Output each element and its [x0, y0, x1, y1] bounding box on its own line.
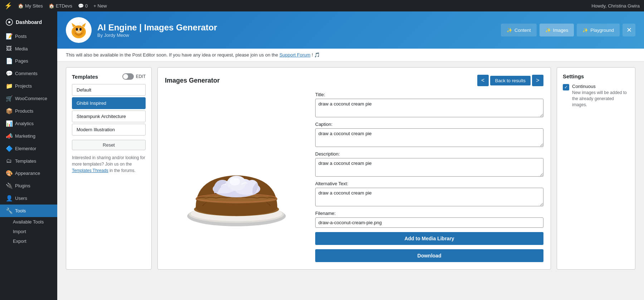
toggle-switch[interactable]: [122, 73, 134, 80]
home-icon: 🏠: [49, 3, 54, 9]
sidebar: Dashboard 📝 Posts 🖼 Media 📄 Pages 💬 Comm…: [0, 11, 57, 300]
edit-toggle[interactable]: EDIT: [122, 73, 146, 80]
sidebar-item-pages[interactable]: 📄 Pages: [0, 55, 57, 67]
posts-icon: 📝: [6, 33, 12, 40]
sidebar-item-posts[interactable]: 📝 Posts: [0, 30, 57, 43]
sidebar-item-plugins[interactable]: 🔌 Plugins: [0, 179, 57, 192]
next-button[interactable]: >: [532, 75, 543, 86]
user-greeting: Howdy, Christina Gwira: [591, 3, 640, 9]
caption-input[interactable]: draw a coconut cream pie: [315, 128, 543, 147]
main-content: AI Engine | Images Generator By Jordy Me…: [57, 11, 644, 300]
back-to-results-button[interactable]: Back to results: [490, 76, 531, 85]
generated-image: [169, 109, 304, 245]
continuous-option: ✓ Continuous New images will be added to…: [563, 84, 629, 108]
continuous-option-text: Continuous New images will be added to t…: [572, 84, 629, 108]
templates-threads-link[interactable]: Templates Threads: [72, 168, 108, 173]
support-forum-link[interactable]: Support Forum: [279, 52, 311, 58]
description-field-group: Description: draw a coconut cream pie: [315, 151, 543, 177]
sidebar-item-templates[interactable]: 🗂 Templates: [0, 155, 57, 167]
title-label: Title:: [315, 92, 543, 97]
templates-header: Templates EDIT: [72, 73, 146, 80]
templates-panel: Templates EDIT Default Ghibli Inspired: [66, 67, 152, 270]
filename-field-group: Filename:: [315, 211, 543, 228]
sidebar-item-comments[interactable]: 💬 Comments: [0, 67, 57, 80]
sidebar-item-marketing[interactable]: 📣 Marketing: [0, 130, 57, 142]
template-modern[interactable]: Modern Illustration: [72, 124, 146, 136]
plugin-title: AI Engine | Images Generator: [97, 23, 495, 33]
dashboard-link[interactable]: Dashboard: [0, 14, 57, 30]
notice-bar: This will also be available in the Post …: [57, 49, 644, 62]
alt-input[interactable]: draw a coconut cream pie: [315, 188, 543, 206]
submenu-import[interactable]: Import: [0, 227, 57, 236]
content-nav-icon: ✨: [507, 28, 512, 33]
sites-icon: 🏠: [18, 3, 24, 9]
generator-header: Images Generator < Back to results >: [165, 75, 543, 86]
svg-point-5: [76, 28, 78, 31]
image-display: [165, 92, 308, 262]
plugin-logo: [66, 17, 92, 43]
new-content-menu[interactable]: + New: [93, 3, 107, 9]
sidebar-item-woocommerce[interactable]: 🛒 WooCommerce: [0, 92, 57, 105]
sidebar-item-tools[interactable]: 🔧 Tools: [0, 205, 57, 217]
comment-icon: 💬: [78, 3, 84, 9]
comments-icon: 💬: [6, 70, 12, 77]
svg-point-26: [230, 177, 240, 186]
sidebar-item-media[interactable]: 🖼 Media: [0, 43, 57, 55]
filename-input[interactable]: [315, 217, 543, 228]
pages-icon: 📄: [6, 58, 12, 64]
sidebar-item-users[interactable]: 👤 Users: [0, 192, 57, 205]
reset-button[interactable]: Reset: [72, 140, 146, 150]
users-icon: 👤: [6, 195, 12, 202]
submenu-export[interactable]: Export: [0, 236, 57, 246]
plugin-title-area: AI Engine | Images Generator By Jordy Me…: [97, 23, 495, 38]
add-to-library-button[interactable]: Add to Media Library: [315, 232, 543, 245]
fields-panel: Title: draw a coconut cream pie Caption:…: [315, 92, 543, 262]
sidebar-item-projects[interactable]: 📁 Projects: [0, 80, 57, 92]
template-steampunk[interactable]: Steampunk Architecture: [72, 110, 146, 122]
my-sites-menu[interactable]: 🏠 My Sites: [18, 3, 43, 9]
settings-title: Settings: [563, 73, 629, 79]
sidebar-item-products[interactable]: 📦 Products: [0, 105, 57, 117]
plugin-nav: ✨ Content ✨ Images ✨ Playground ✕: [501, 24, 635, 36]
title-input[interactable]: draw a coconut cream pie: [315, 99, 543, 117]
marketing-icon: 📣: [6, 133, 12, 139]
alt-field-group: Alternative Text: draw a coconut cream p…: [315, 181, 543, 206]
content-nav-button[interactable]: ✨ Content: [501, 24, 537, 36]
wp-logo-icon[interactable]: ⚡: [4, 2, 12, 10]
generator-title: Images Generator: [165, 77, 220, 84]
plugin-subtitle: By Jordy Meow: [97, 33, 495, 38]
template-list: Default Ghibli Inspired Steampunk Archit…: [72, 84, 146, 136]
templates-title: Templates: [72, 74, 98, 80]
plugins-icon: 🔌: [6, 182, 12, 189]
close-plugin-button[interactable]: ✕: [623, 24, 635, 36]
sidebar-item-elementor[interactable]: 🔷 Elementor: [0, 142, 57, 155]
template-ghibli[interactable]: Ghibli Inspired: [72, 97, 146, 109]
elementor-icon: 🔷: [6, 145, 12, 152]
woocommerce-icon: 🛒: [6, 95, 12, 102]
comments-link[interactable]: 💬 0: [78, 3, 88, 9]
submenu-available-tools[interactable]: Available Tools: [0, 217, 57, 227]
images-nav-button[interactable]: ✨ Images: [540, 24, 574, 36]
sidebar-item-analytics[interactable]: 📊 Analytics: [0, 117, 57, 130]
wordpress-logo-icon: [6, 19, 13, 26]
templates-icon: 🗂: [6, 158, 12, 164]
filename-label: Filename:: [315, 211, 543, 216]
description-label: Description:: [315, 151, 543, 157]
site-name-link[interactable]: 🏠 ETDevs: [49, 3, 72, 9]
content-area: Templates EDIT Default Ghibli Inspired: [57, 62, 644, 275]
sidebar-item-appearance[interactable]: 🎨 Appearance: [0, 167, 57, 179]
plugin-header: AI Engine | Images Generator By Jordy Me…: [57, 11, 644, 49]
generator-body: Title: draw a coconut cream pie Caption:…: [165, 92, 543, 262]
download-button[interactable]: Download: [315, 249, 543, 262]
description-input[interactable]: draw a coconut cream pie: [315, 158, 543, 177]
products-icon: 📦: [6, 108, 12, 114]
playground-nav-icon: ✨: [582, 28, 588, 33]
projects-icon: 📁: [6, 83, 12, 89]
continuous-checkbox[interactable]: ✓: [563, 84, 569, 90]
template-default[interactable]: Default: [72, 84, 146, 96]
svg-point-1: [8, 21, 10, 23]
analytics-icon: 📊: [6, 120, 12, 127]
playground-nav-button[interactable]: ✨ Playground: [577, 24, 620, 36]
prev-button[interactable]: <: [477, 75, 489, 86]
toggle-knob: [123, 74, 128, 79]
